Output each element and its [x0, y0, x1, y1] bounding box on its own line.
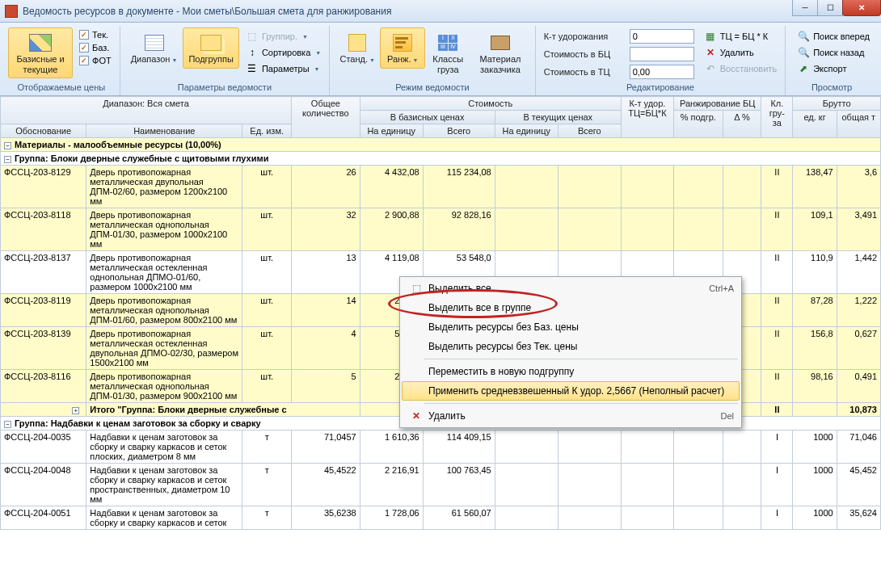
table-row[interactable]: ФССЦ-203-8118Дверь противопожарная метал…: [1, 208, 881, 251]
menu-separator: [424, 359, 738, 359]
header-kt: К-т удор. ТЦ=БЦ*К: [621, 97, 673, 138]
header-name: Наименование: [86, 124, 242, 138]
section-row[interactable]: −Материалы - малообъемные ресурсы (10,00…: [1, 138, 881, 152]
restore-icon: ↶: [704, 62, 717, 75]
header-range: Диапазон: Вся смета: [1, 97, 292, 124]
cost-tc-input[interactable]: [630, 65, 694, 79]
window-title: Ведомость ресурсов в документе - Мои сме…: [23, 6, 391, 17]
chevron-down-icon: ▼: [171, 57, 177, 63]
collapse-icon[interactable]: −: [4, 421, 11, 428]
search-back-icon: 🔍: [797, 46, 810, 59]
collapse-icon[interactable]: −: [4, 142, 11, 149]
params-button[interactable]: ☰Параметры▼: [242, 61, 324, 76]
cost-bc-label: Стоимость в БЦ: [544, 49, 625, 59]
sort-icon: ↕: [246, 46, 259, 59]
header-per-unit-c: На единицу: [495, 124, 558, 138]
chevron-down-icon: ▼: [369, 57, 375, 63]
export-icon: ⬈: [797, 62, 810, 75]
header-per-unit-b: На единицу: [360, 124, 423, 138]
header-brutto: Брутто: [793, 97, 881, 111]
context-menu: ⬚ Выделить все Ctrl+A Выделить все в гру…: [399, 276, 742, 428]
restore-button[interactable]: ↶Восстановить: [701, 61, 780, 76]
search-forward-button[interactable]: 🔍Поиск вперед: [794, 29, 873, 44]
delete-button[interactable]: ✕Удалить: [701, 45, 780, 60]
prices-tek-checkbox[interactable]: ✓Тек.: [76, 29, 115, 40]
header-base-prices: В базисных ценах: [360, 111, 495, 124]
cost-tc-label: Стоимость в ТЦ: [544, 67, 625, 77]
table-row[interactable]: ФССЦ-204-0048Надбавки к ценам заготовок …: [1, 464, 881, 506]
subgroups-button[interactable]: Подгруппы: [183, 27, 239, 69]
table-row[interactable]: ФССЦ-204-0035Надбавки к ценам заготовок …: [1, 430, 881, 464]
ribbon-group-prices: Базисные и текущие ✓Тек. ✓Баз. ✓ФОТ Отоб…: [3, 26, 120, 95]
ribbon: Базисные и текущие ✓Тек. ✓Баз. ✓ФОТ Отоб…: [0, 23, 881, 96]
group-button[interactable]: ⬚Группир.▼: [242, 29, 324, 44]
mode-classes-button[interactable]: IIIIIIIV Классы груза: [425, 27, 470, 78]
prices-base-current-button[interactable]: Базисные и текущие: [8, 27, 73, 78]
subgroups-icon: [200, 35, 221, 51]
kt-input[interactable]: [630, 29, 694, 44]
sort-button[interactable]: ↕Сортировка▼: [242, 45, 324, 60]
delete-icon: ✕: [407, 410, 425, 422]
header-total-b: Всего: [423, 124, 495, 138]
maximize-button[interactable]: ☐: [817, 0, 843, 16]
header-cost: Стоимость: [360, 97, 621, 111]
kt-label: К-т удорожания: [544, 32, 625, 41]
title-bar: Ведомость ресурсов в документе - Мои сме…: [0, 0, 881, 23]
ribbon-group-params-label: Параметры ведомости: [125, 81, 325, 94]
range-button[interactable]: Диапазон▼: [125, 27, 183, 69]
cost-bc-input[interactable]: [630, 47, 694, 61]
close-button[interactable]: ✕: [842, 0, 881, 16]
prices-icon: [29, 34, 52, 52]
prices-fot-checkbox[interactable]: ✓ФОТ: [76, 55, 115, 66]
header-total-c: Всего: [558, 124, 621, 138]
search-back-button[interactable]: 🔍Поиск назад: [794, 45, 873, 60]
header-unit: Ед. изм.: [242, 124, 292, 138]
menu-select-group[interactable]: Выделить все в группе: [402, 298, 740, 317]
menu-apply-avg[interactable]: Применить средневзвешенный К удор. 2,566…: [402, 381, 740, 401]
delete-icon: ✕: [704, 46, 717, 59]
formula-button[interactable]: ▦ТЦ = БЦ * К: [701, 29, 780, 44]
expand-icon[interactable]: +: [72, 407, 79, 414]
chevron-down-icon: ▼: [302, 34, 308, 40]
menu-delete[interactable]: ✕ Удалить Del: [402, 406, 740, 426]
export-button[interactable]: ⬈Экспорт: [794, 61, 873, 76]
calc-icon: ▦: [704, 30, 717, 43]
header-total-t: общая т: [837, 111, 880, 138]
header-rank: Ранжирование БЦ: [673, 97, 761, 111]
group-row[interactable]: −Группа: Блоки дверные служебные с щитов…: [1, 152, 881, 166]
ribbon-group-mode-label: Режим ведомости: [335, 81, 529, 94]
menu-select-no-base[interactable]: Выделить ресурсы без Баз. цены: [402, 317, 740, 337]
chevron-down-icon: ▼: [315, 50, 321, 56]
shortcut-label: Del: [720, 411, 734, 421]
ribbon-group-view: 🔍Поиск вперед 🔍Поиск назад ⬈Экспорт Прос…: [786, 26, 878, 95]
range-icon: [145, 35, 164, 51]
menu-move-group[interactable]: Переместить в новую подгруппу: [402, 362, 740, 381]
header-pct-group: % подгр.: [673, 111, 723, 138]
header-obosn: Обоснование: [1, 124, 86, 138]
chevron-down-icon: ▼: [314, 66, 320, 72]
shortcut-label: Ctrl+A: [709, 284, 734, 293]
app-icon: [5, 5, 18, 18]
table-row[interactable]: ФССЦ-204-0051Надбавки к ценам заготовок …: [1, 506, 881, 530]
chevron-down-icon: ▼: [413, 57, 419, 63]
prices-base-current-label: Базисные и текущие: [14, 54, 67, 74]
window-controls: ─ ☐ ✕: [793, 0, 881, 16]
menu-separator: [424, 403, 738, 404]
header-class: Кл. гру-за: [761, 97, 793, 138]
menu-select-all[interactable]: ⬚ Выделить все Ctrl+A: [402, 279, 740, 298]
prices-baz-checkbox[interactable]: ✓Баз.: [76, 42, 115, 53]
ribbon-group-view-label: Просмотр: [790, 81, 873, 94]
header-total-qty: Общее количество: [292, 97, 360, 138]
mode-standard-button[interactable]: Станд.▼: [335, 27, 380, 69]
ribbon-group-params: Диапазон▼ Подгруппы ⬚Группир.▼ ↕Сортиров…: [120, 26, 331, 95]
ribbon-group-mode: Станд.▼ Ранж.▼ IIIIIIIV Классы груза Мат…: [330, 26, 535, 95]
menu-select-no-cur[interactable]: Выделить ресурсы без Тек. цены: [402, 337, 740, 356]
collapse-icon[interactable]: −: [4, 156, 11, 163]
rank-icon: [393, 34, 412, 52]
table-row[interactable]: ФССЦ-203-8129Дверь противопожарная метал…: [1, 166, 881, 208]
mode-customer-button[interactable]: Материал заказчика: [470, 27, 529, 78]
mode-rank-button[interactable]: Ранж.▼: [380, 27, 425, 69]
header-cur-prices: В текущих ценах: [495, 111, 621, 124]
minimize-button[interactable]: ─: [792, 0, 818, 16]
ribbon-group-prices-label: Отображаемые цены: [8, 81, 115, 94]
